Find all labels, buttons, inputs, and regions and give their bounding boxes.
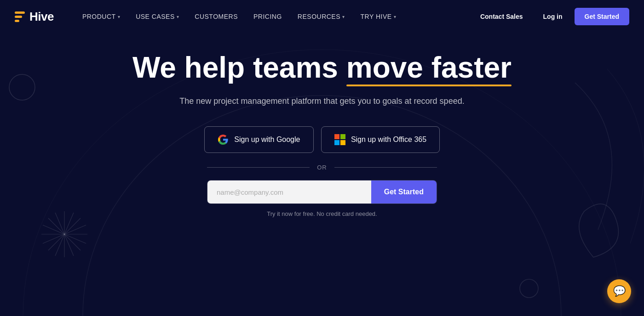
signup-office365-label: Sign up with Office 365 (351, 135, 426, 144)
hero-subtitle: The new project management platform that… (179, 95, 464, 108)
email-form: Get Started (207, 180, 437, 204)
nav-label-resources: RESOURCES (298, 13, 340, 20)
navbar: Hive PRODUCT ▾ USE CASES ▾ CUSTOMERS PRI… (0, 0, 644, 33)
nav-label-product: PRODUCT (82, 13, 116, 20)
nav-item-resources[interactable]: RESOURCES ▾ (291, 9, 351, 24)
signup-google-label: Sign up with Google (234, 135, 300, 144)
chat-icon: 💬 (613, 285, 626, 297)
svg-line-8 (43, 225, 86, 243)
svg-line-10 (55, 213, 74, 256)
svg-point-11 (520, 279, 538, 298)
google-icon (218, 134, 229, 145)
nav-label-use-cases: USE CASES (136, 13, 175, 20)
hero-title-part1: We help teams (132, 51, 346, 84)
chevron-down-icon: ▾ (118, 14, 121, 19)
svg-line-7 (55, 213, 74, 256)
or-text: OR (317, 164, 327, 171)
svg-line-9 (43, 225, 86, 243)
nav-links: PRODUCT ▾ USE CASES ▾ CUSTOMERS PRICING … (76, 9, 472, 24)
nav-right: Contact Sales Log in Get Started (472, 8, 629, 25)
svg-rect-15 (340, 140, 345, 145)
login-button[interactable]: Log in (535, 8, 571, 25)
divider-line-right (334, 167, 437, 168)
office365-icon (334, 134, 345, 145)
hero-title: We help teams move faster (132, 51, 512, 84)
logo-text: Hive (29, 10, 54, 24)
svg-rect-13 (340, 134, 345, 139)
nav-item-pricing[interactable]: PRICING (247, 9, 288, 24)
signup-buttons: Sign up with Google Sign up with Office … (204, 126, 440, 153)
get-started-main-button[interactable]: Get Started (371, 181, 437, 203)
chevron-down-icon: ▾ (177, 14, 179, 19)
hero-section: We help teams move faster The new projec… (0, 33, 644, 217)
svg-rect-14 (334, 140, 339, 145)
chevron-down-icon: ▾ (342, 14, 345, 19)
nav-item-try-hive[interactable]: TRY HIVE ▾ (354, 9, 403, 24)
logo[interactable]: Hive (15, 10, 54, 24)
nav-item-product[interactable]: PRODUCT ▾ (76, 9, 126, 24)
hero-title-highlight: move faster (346, 51, 512, 84)
chevron-down-icon: ▾ (394, 14, 397, 19)
hive-logo-icon (15, 11, 25, 22)
nav-item-customers[interactable]: CUSTOMERS (188, 9, 244, 24)
nav-label-customers: CUSTOMERS (195, 13, 238, 20)
nav-item-use-cases[interactable]: USE CASES ▾ (129, 9, 185, 24)
get-started-nav-button[interactable]: Get Started (575, 8, 629, 25)
nav-label-try-hive: TRY HIVE (361, 13, 392, 20)
chat-button[interactable]: 💬 (607, 279, 631, 303)
svg-line-5 (48, 218, 80, 250)
signup-google-button[interactable]: Sign up with Google (204, 126, 314, 153)
nav-label-pricing: PRICING (253, 13, 282, 20)
divider-line-left (207, 167, 310, 168)
svg-rect-12 (334, 134, 339, 139)
contact-sales-button[interactable]: Contact Sales (472, 8, 531, 25)
form-note: Try it now for free. No credit card need… (267, 210, 377, 217)
signup-office365-button[interactable]: Sign up with Office 365 (321, 126, 440, 153)
svg-line-6 (48, 218, 80, 250)
or-divider: OR (207, 164, 437, 171)
email-input[interactable] (207, 181, 371, 203)
